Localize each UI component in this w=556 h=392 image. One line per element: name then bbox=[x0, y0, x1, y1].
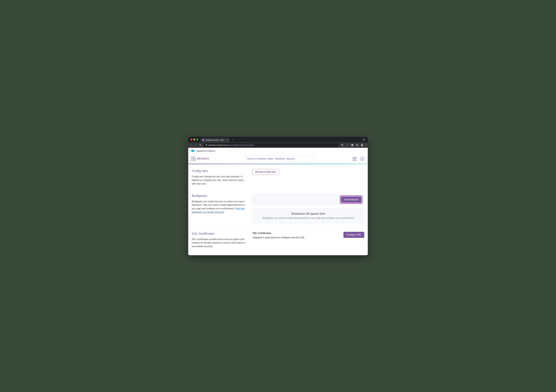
zoom-icon[interactable] bbox=[341, 144, 344, 146]
toolbar-right: ☆ bbox=[341, 144, 366, 147]
ssl-section: SSL Certificates SSL Certificates provid… bbox=[192, 228, 364, 250]
profile-indicator-icon[interactable] bbox=[363, 138, 365, 141]
window-controls bbox=[191, 139, 198, 140]
buildpacks-title: Buildpacks bbox=[192, 194, 247, 198]
buildpacks-empty-panel: Buildpacks will appear here Buildpacks a… bbox=[253, 208, 364, 224]
config-vars-section: Config Vars Config vars change the way y… bbox=[192, 168, 364, 190]
minimize-window-icon[interactable] bbox=[193, 139, 195, 140]
svg-marker-7 bbox=[358, 145, 358, 145]
tab-title: rapidapi-example · Settings | H bbox=[205, 139, 225, 141]
close-tab-icon[interactable]: ✕ bbox=[227, 139, 228, 141]
lock-icon bbox=[206, 144, 207, 146]
config-vars-title: Config Vars bbox=[192, 169, 247, 173]
maximize-window-icon[interactable] bbox=[196, 139, 198, 140]
add-buildpack-button[interactable]: Add buildpack bbox=[341, 196, 361, 203]
annotation-highlight: Add buildpack bbox=[340, 196, 363, 204]
heroku-header: HEROKU Jump to Favorites, Apps, Pipeline… bbox=[188, 154, 368, 164]
svg-point-8 bbox=[362, 144, 363, 145]
browser-tab[interactable]: H rapidapi-example · Settings | H ✕ bbox=[201, 138, 230, 142]
chrome-tab-strip: H rapidapi-example · Settings | H ✕ + bbox=[188, 137, 368, 142]
salesforce-label: Salesforce Platform bbox=[196, 150, 215, 152]
svg-line-1 bbox=[343, 145, 343, 146]
reading-list-icon[interactable] bbox=[356, 144, 358, 146]
app-grid-icon[interactable] bbox=[353, 157, 356, 161]
buildpacks-toolbar: Add buildpack bbox=[253, 194, 364, 205]
buildpacks-empty-title: Buildpacks will appear here bbox=[255, 212, 361, 215]
ssl-panel: SSL Certificates Upgrade to paid dynos t… bbox=[253, 232, 364, 239]
buildpacks-desc: Buildpacks are scripts that are run when… bbox=[192, 200, 247, 214]
heroku-logo[interactable]: HEROKU bbox=[191, 157, 209, 161]
reload-button[interactable]: ⟳ bbox=[199, 144, 201, 147]
buildpacks-section: Buildpacks Buildpacks are scripts that a… bbox=[192, 190, 364, 228]
ssl-upgrade-message: Upgrade to paid dynos to configure Herok… bbox=[253, 236, 340, 239]
settings-content: Config Vars Config vars change the way y… bbox=[188, 164, 368, 255]
address-bar[interactable]: dashboard.heroku.com/apps/rapidapi-examp… bbox=[204, 143, 339, 147]
page-body: Salesforce Platform HEROKU Jump to Favor… bbox=[188, 148, 368, 255]
configure-ssl-button[interactable]: Configure SSL bbox=[343, 232, 364, 238]
ssl-panel-title: SSL Certificates bbox=[253, 232, 340, 235]
heroku-favicon-icon: H bbox=[202, 139, 204, 141]
salesforce-bar: Salesforce Platform bbox=[188, 148, 368, 154]
header-right bbox=[353, 156, 365, 161]
forward-button: → bbox=[194, 144, 197, 146]
browser-window: H rapidapi-example · Settings | H ✕ + ← … bbox=[188, 137, 368, 255]
heroku-wordmark: HEROKU bbox=[197, 157, 209, 160]
chrome-toolbar: ← → ⟳ dashboard.heroku.com/apps/rapidapi… bbox=[188, 142, 368, 148]
salesforce-cloud-icon bbox=[191, 149, 195, 152]
config-vars-desc: Config vars change the way your app beha… bbox=[192, 175, 247, 186]
url-text: dashboard.heroku.com/apps/rapidapi-examp… bbox=[208, 144, 254, 146]
reveal-config-vars-button[interactable]: Reveal Config Vars bbox=[253, 169, 279, 175]
bookmark-star-icon[interactable]: ☆ bbox=[346, 144, 348, 146]
extensions-icon[interactable] bbox=[351, 144, 354, 146]
buildpacks-empty-subtitle: Buildpacks are used to install dependenc… bbox=[255, 217, 361, 219]
account-avatar-icon[interactable] bbox=[360, 156, 365, 161]
search-placeholder: Jump to Favorites, Apps, Pipelines, Spac… bbox=[247, 157, 296, 160]
ssl-title: SSL Certificates bbox=[192, 232, 247, 235]
chrome-menu-icon[interactable] bbox=[366, 144, 366, 146]
heroku-mark-icon bbox=[191, 157, 195, 161]
close-window-icon[interactable] bbox=[191, 139, 192, 140]
profile-avatar-icon[interactable] bbox=[361, 144, 363, 147]
global-search-input[interactable]: Jump to Favorites, Apps, Pipelines, Spac… bbox=[245, 156, 314, 162]
svg-point-9 bbox=[362, 158, 363, 159]
new-tab-button[interactable]: + bbox=[231, 138, 234, 141]
back-button[interactable]: ← bbox=[190, 144, 192, 146]
ssl-desc: SSL Certificates provide end-to-end encr… bbox=[192, 238, 247, 248]
